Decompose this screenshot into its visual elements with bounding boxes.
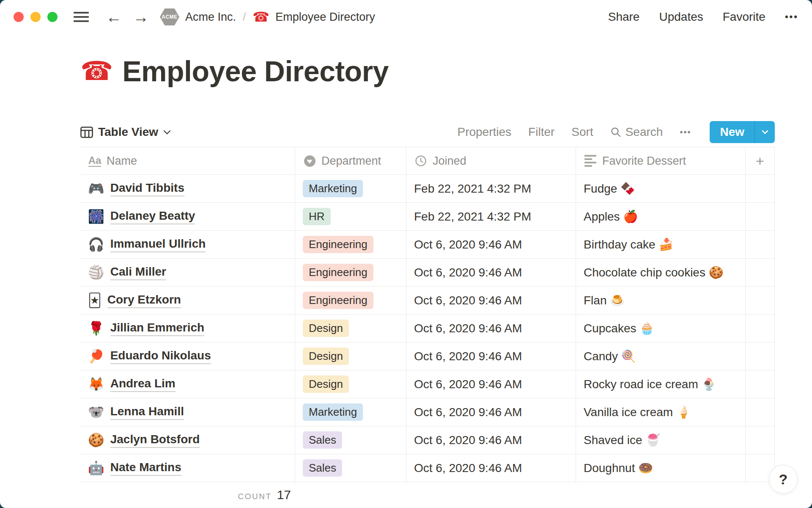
dessert-cell[interactable]: Birthday cake 🍰 — [576, 231, 746, 258]
employee-page-link[interactable]: Cali Miller — [110, 265, 166, 280]
department-tag[interactable]: Marketing — [303, 403, 363, 421]
name-cell[interactable]: 🦊Andrea Lim — [80, 370, 295, 398]
top-bar: ← → ACME Acme Inc. / ☎ Employee Director… — [0, 0, 812, 34]
name-cell[interactable]: 🏐Cali Miller — [80, 259, 295, 286]
department-tag[interactable]: Sales — [303, 459, 342, 477]
workspace-logo[interactable]: ACME — [160, 8, 179, 25]
department-tag[interactable]: Marketing — [303, 180, 363, 197]
updates-button[interactable]: Updates — [659, 10, 703, 24]
department-tag[interactable]: Engineering — [303, 264, 373, 281]
department-cell[interactable]: Design — [295, 342, 406, 370]
column-header-name[interactable]: Aa Name — [80, 147, 295, 174]
employee-page-link[interactable]: Jillian Emmerich — [110, 321, 205, 336]
joined-cell[interactable]: Oct 6, 2020 9:46 AM — [406, 315, 576, 342]
back-arrow-icon[interactable]: ← — [106, 9, 122, 25]
name-cell[interactable]: 🏓Eduardo Nikolaus — [80, 342, 295, 370]
sidebar-menu-icon[interactable] — [74, 12, 89, 22]
joined-cell[interactable]: Oct 6, 2020 9:46 AM — [406, 370, 576, 398]
properties-button[interactable]: Properties — [457, 125, 511, 139]
count-footer[interactable]: COUNT 17 — [80, 488, 295, 502]
table-view-switcher[interactable]: Table View — [80, 125, 171, 139]
joined-cell[interactable]: Oct 6, 2020 9:46 AM — [406, 287, 576, 314]
joined-cell[interactable]: Oct 6, 2020 9:46 AM — [406, 342, 576, 370]
name-cell[interactable]: 🎮David Tibbits — [80, 175, 295, 202]
close-window-button[interactable] — [14, 12, 24, 22]
employee-page-link[interactable]: Lenna Hamill — [110, 405, 184, 420]
new-record-button[interactable]: New — [710, 121, 775, 143]
department-cell[interactable]: Engineering — [295, 231, 406, 258]
dessert-cell[interactable]: Doughnut 🍩 — [576, 454, 746, 482]
name-cell[interactable]: 🤖Nate Martins — [80, 454, 295, 482]
name-cell[interactable]: 🍪Jaclyn Botsford — [80, 426, 295, 454]
department-tag[interactable]: Engineering — [303, 236, 373, 253]
share-button[interactable]: Share — [608, 10, 640, 24]
dessert-cell[interactable]: Cupcakes 🧁 — [576, 315, 746, 342]
dessert-cell[interactable]: Fudge 🍫 — [576, 175, 746, 202]
joined-cell[interactable]: Oct 6, 2020 9:46 AM — [406, 259, 576, 286]
name-cell[interactable]: 🃏Cory Etzkorn — [80, 287, 295, 314]
new-button-caret[interactable] — [754, 121, 775, 143]
table-row: 🦊Andrea LimDesignOct 6, 2020 9:46 AMRock… — [80, 370, 775, 398]
dessert-cell[interactable]: Candy 🍭 — [576, 342, 746, 370]
department-tag[interactable]: Engineering — [303, 292, 373, 309]
dessert-cell[interactable]: Flan 🍮 — [576, 287, 746, 314]
employee-page-link[interactable]: Nate Martins — [110, 461, 181, 476]
department-cell[interactable]: Design — [295, 370, 406, 398]
help-button[interactable]: ? — [769, 465, 798, 494]
column-header-joined[interactable]: Joined — [406, 147, 576, 174]
dessert-cell[interactable]: Rocky road ice cream 🍨 — [576, 370, 746, 398]
employee-page-link[interactable]: David Tibbits — [110, 181, 184, 196]
add-column-button[interactable]: + — [746, 147, 775, 174]
joined-cell[interactable]: Oct 6, 2020 9:46 AM — [406, 454, 576, 482]
department-tag[interactable]: HR — [303, 208, 331, 225]
department-cell[interactable]: Engineering — [295, 259, 406, 286]
department-tag[interactable]: Design — [303, 375, 349, 393]
employee-page-link[interactable]: Eduardo Nikolaus — [110, 349, 211, 364]
joined-cell[interactable]: Feb 22, 2021 4:32 PM — [406, 203, 576, 230]
filter-button[interactable]: Filter — [528, 125, 554, 139]
department-cell[interactable]: Design — [295, 315, 406, 342]
favorite-button[interactable]: Favorite — [723, 10, 765, 24]
employee-page-link[interactable]: Cory Etzkorn — [107, 293, 181, 308]
dessert-cell[interactable]: Apples 🍎 — [576, 203, 746, 230]
view-more-options-icon[interactable]: ••• — [680, 127, 691, 137]
column-header-department[interactable]: Department — [295, 147, 406, 174]
dessert-cell[interactable]: Shaved ice 🍧 — [576, 426, 746, 454]
employee-page-link[interactable]: Immanuel Ullrich — [110, 237, 206, 252]
row-page-emoji-icon: 🤖 — [88, 461, 104, 475]
joined-cell[interactable]: Oct 6, 2020 9:46 AM — [406, 231, 576, 258]
search-button[interactable]: Search — [610, 125, 663, 139]
dessert-cell[interactable]: Chocolate chip cookies 🍪 — [576, 259, 746, 286]
department-cell[interactable]: HR — [295, 203, 406, 230]
joined-cell[interactable]: Oct 6, 2020 9:46 AM — [406, 398, 576, 426]
minimize-window-button[interactable] — [30, 12, 41, 22]
employee-page-link[interactable]: Andrea Lim — [110, 377, 176, 392]
employee-page-link[interactable]: Delaney Beatty — [110, 209, 195, 224]
forward-arrow-icon[interactable]: → — [133, 9, 149, 25]
joined-cell[interactable]: Oct 6, 2020 9:46 AM — [406, 426, 576, 454]
new-button-label[interactable]: New — [710, 121, 754, 143]
department-cell[interactable]: Sales — [295, 426, 406, 454]
column-header-favorite-dessert[interactable]: Favorite Dessert — [576, 147, 746, 174]
department-cell[interactable]: Marketing — [295, 175, 406, 202]
department-cell[interactable]: Engineering — [295, 287, 406, 314]
department-tag[interactable]: Design — [303, 348, 349, 365]
department-cell[interactable]: Marketing — [295, 398, 406, 426]
name-cell[interactable]: 🎆Delaney Beatty — [80, 203, 295, 230]
breadcrumb-page[interactable]: Employee Directory — [275, 11, 375, 24]
department-cell[interactable]: Sales — [295, 454, 406, 482]
name-cell[interactable]: 🐨Lenna Hamill — [80, 398, 295, 426]
name-cell[interactable]: 🌹Jillian Emmerich — [80, 315, 295, 342]
row-gutter — [746, 342, 775, 370]
sort-button[interactable]: Sort — [571, 125, 593, 139]
breadcrumb-workspace[interactable]: Acme Inc. — [185, 11, 236, 24]
employee-page-link[interactable]: Jaclyn Botsford — [110, 433, 200, 448]
department-tag[interactable]: Design — [303, 320, 349, 337]
joined-cell[interactable]: Feb 22, 2021 4:32 PM — [406, 175, 576, 202]
dessert-cell[interactable]: Vanilla ice cream 🍦 — [576, 398, 746, 426]
more-options-icon[interactable]: ••• — [785, 11, 798, 22]
department-tag[interactable]: Sales — [303, 431, 342, 449]
zoom-window-button[interactable] — [47, 12, 58, 22]
page-icon-phone[interactable]: ☎ — [80, 58, 113, 84]
name-cell[interactable]: 🎧Immanuel Ullrich — [80, 231, 295, 258]
